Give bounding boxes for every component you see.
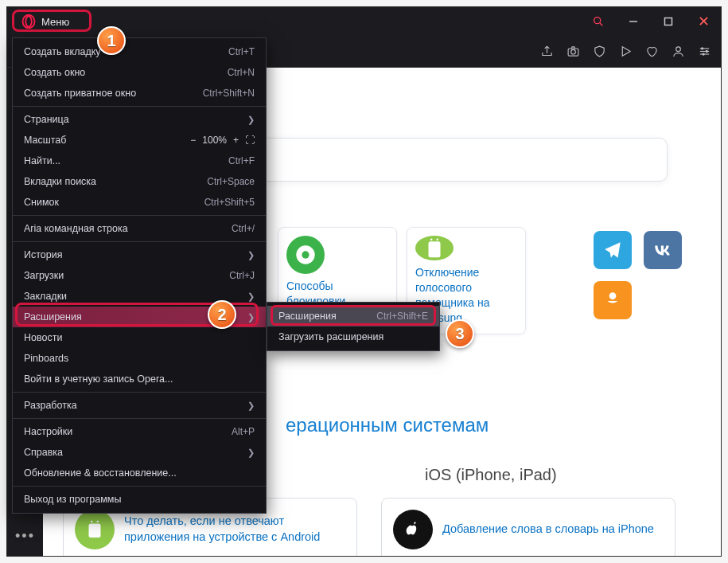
svg-line-3 bbox=[600, 23, 602, 25]
svg-point-23 bbox=[91, 521, 93, 523]
social-links bbox=[594, 231, 689, 319]
svg-point-21 bbox=[609, 292, 617, 299]
svg-point-24 bbox=[97, 521, 99, 523]
window-controls: ✕ bbox=[581, 7, 721, 36]
telegram-icon[interactable] bbox=[594, 231, 632, 269]
svg-point-0 bbox=[23, 15, 35, 29]
menu-dev[interactable]: Разработка❯ bbox=[13, 395, 266, 416]
menu-button-label: Меню bbox=[41, 16, 69, 28]
zoom-in[interactable]: + bbox=[233, 135, 239, 146]
extensions-submenu: РасширенияCtrl+Shift+E Загрузить расшире… bbox=[267, 302, 440, 351]
callout-3: 3 bbox=[446, 319, 474, 348]
menu-history[interactable]: История❯ bbox=[13, 244, 266, 265]
svg-point-13 bbox=[701, 48, 703, 49]
card-iphone-text: Добавление слова в словарь на iPhone bbox=[442, 522, 654, 538]
menu-pinboards[interactable]: Pinboards bbox=[13, 348, 266, 369]
svg-point-14 bbox=[706, 50, 707, 52]
opera-logo-icon bbox=[21, 14, 36, 29]
ok-icon[interactable] bbox=[594, 281, 632, 319]
menu-help[interactable]: Справка❯ bbox=[13, 442, 266, 463]
menu-zoom[interactable]: Масштаб−100%+⛶ bbox=[13, 130, 266, 151]
svg-point-1 bbox=[25, 16, 32, 27]
callout-2: 2 bbox=[208, 300, 236, 329]
menu-aria[interactable]: Aria командная строкаCtrl+/ bbox=[13, 218, 266, 239]
tile-2-icon bbox=[415, 236, 454, 260]
zoom-out[interactable]: − bbox=[190, 135, 196, 146]
maximize-button[interactable] bbox=[651, 7, 686, 36]
fullscreen-icon[interactable]: ⛶ bbox=[245, 135, 255, 146]
camera-icon[interactable] bbox=[566, 45, 580, 59]
callout-1: 1 bbox=[97, 26, 126, 55]
menu-find[interactable]: Найти...Ctrl+F bbox=[13, 151, 266, 171]
profile-icon[interactable] bbox=[671, 45, 685, 59]
browser-window: Меню ✕ ••• ить? bbox=[6, 6, 722, 557]
search-button[interactable] bbox=[581, 7, 616, 36]
svg-point-15 bbox=[703, 53, 704, 55]
submenu-get-extensions[interactable]: Загрузить расширения bbox=[267, 326, 439, 347]
play-icon[interactable] bbox=[618, 45, 633, 59]
menu-signin[interactable]: Войти в учетную запись Opera... bbox=[13, 369, 266, 389]
menu-new-private[interactable]: Создать приватное окноCtrl+Shift+N bbox=[13, 83, 266, 104]
ios-heading: iOS (iPhone, iPad) bbox=[425, 466, 557, 484]
menu-button[interactable]: Меню bbox=[14, 11, 77, 32]
svg-point-9 bbox=[675, 47, 680, 52]
card-android-text: Что делать, если не отвечают приложения … bbox=[124, 514, 345, 545]
menu-settings[interactable]: НастройкиAlt+P bbox=[13, 421, 266, 442]
share-icon[interactable] bbox=[539, 45, 554, 59]
sidebar-more-icon[interactable]: ••• bbox=[15, 528, 35, 545]
submenu-extensions[interactable]: РасширенияCtrl+Shift+E bbox=[267, 306, 439, 326]
card-iphone[interactable]: Добавление слова в словарь на iPhone bbox=[381, 498, 675, 556]
menu-downloads[interactable]: ЗагрузкиCtrl+J bbox=[13, 265, 266, 286]
svg-rect-22 bbox=[89, 524, 101, 538]
vk-icon[interactable] bbox=[644, 231, 682, 269]
svg-point-7 bbox=[570, 49, 575, 54]
menu-news[interactable]: Новости bbox=[13, 327, 266, 348]
minimize-button[interactable] bbox=[616, 7, 651, 36]
section-heading: ерационным системам bbox=[286, 414, 489, 436]
svg-point-2 bbox=[594, 18, 601, 24]
menu-exit[interactable]: Выход из программы bbox=[13, 489, 266, 510]
shield-icon[interactable] bbox=[592, 45, 606, 59]
menu-page[interactable]: Страница❯ bbox=[13, 109, 266, 130]
menu-snapshot[interactable]: СнимокCtrl+Shift+5 bbox=[13, 192, 266, 213]
menu-new-tab[interactable]: Создать вкладкуCtrl+T bbox=[13, 41, 266, 62]
svg-point-17 bbox=[302, 251, 309, 258]
close-button[interactable]: ✕ bbox=[686, 7, 721, 36]
svg-point-20 bbox=[437, 238, 439, 240]
svg-rect-18 bbox=[429, 241, 441, 257]
svg-point-19 bbox=[430, 238, 433, 240]
android-icon bbox=[75, 510, 115, 549]
main-menu: Создать вкладкуCtrl+T Создать окноCtrl+N… bbox=[12, 37, 267, 514]
menu-update[interactable]: Обновление & восстановление... bbox=[13, 463, 266, 483]
svg-marker-8 bbox=[622, 47, 630, 56]
settings-icon[interactable] bbox=[697, 45, 711, 59]
menu-new-window[interactable]: Создать окноCtrl+N bbox=[13, 62, 266, 83]
svg-rect-5 bbox=[665, 18, 672, 25]
tile-1-icon bbox=[286, 236, 325, 274]
menu-search-tabs[interactable]: Вкладки поискаCtrl+Space bbox=[13, 171, 266, 192]
heart-icon[interactable] bbox=[644, 45, 659, 59]
iphone-icon bbox=[393, 510, 433, 549]
